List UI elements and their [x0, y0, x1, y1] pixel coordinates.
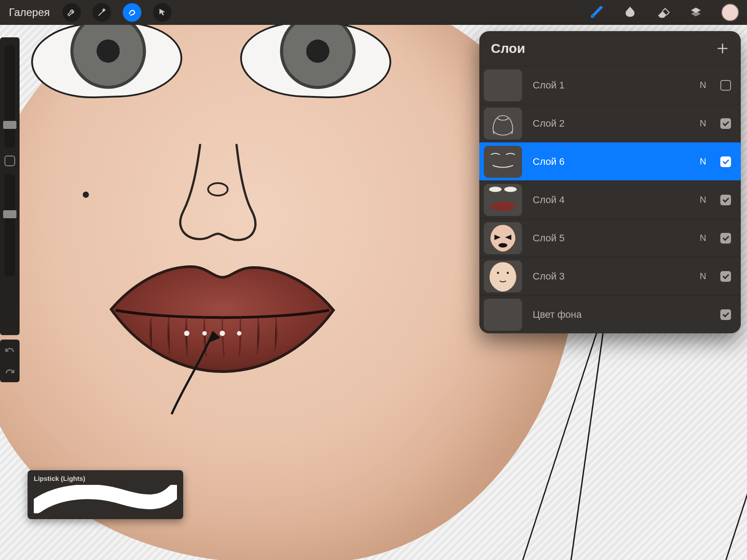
color-swatch-button[interactable] — [721, 4, 739, 21]
layer-visibility-checkbox[interactable] — [720, 271, 731, 282]
layers-button[interactable] — [688, 5, 703, 20]
layer-row-3[interactable]: Слой 3 N — [479, 257, 741, 295]
layer-blend-letter[interactable]: N — [696, 195, 710, 205]
layer-blend-letter[interactable]: N — [696, 80, 710, 90]
layer-thumb — [484, 222, 522, 254]
layer-thumb — [484, 299, 522, 331]
artwork-nose — [151, 140, 285, 265]
layers-panel: Слои Слой 1 N Слой 2 N Слой 6 N — [479, 31, 741, 333]
layer-row-background[interactable]: Цвет фона N — [479, 295, 741, 333]
wrench-tool-button[interactable] — [62, 3, 81, 22]
artwork-lips — [98, 256, 347, 380]
layer-label: Слой 6 — [533, 156, 686, 168]
svg-point-4 — [237, 331, 241, 336]
brush-opacity-slider[interactable] — [4, 174, 15, 276]
layers-icon — [688, 5, 703, 20]
brush-icon — [590, 5, 605, 20]
brush-tool-button[interactable] — [590, 5, 605, 20]
wand-icon — [97, 8, 107, 17]
top-toolbar-left: Галерея — [8, 3, 172, 22]
top-toolbar-right — [590, 4, 739, 21]
layer-visibility-checkbox[interactable] — [720, 118, 731, 129]
smudge-tool-button[interactable] — [622, 5, 638, 20]
layer-row-2[interactable]: Слой 2 N — [479, 104, 741, 142]
layer-visibility-checkbox[interactable] — [720, 80, 731, 91]
layer-row-6[interactable]: Слой 6 N — [479, 142, 741, 180]
layer-label: Слой 1 — [533, 80, 686, 91]
layers-panel-title: Слои — [491, 41, 525, 56]
eraser-icon — [655, 5, 671, 20]
svg-point-3 — [220, 331, 225, 336]
add-layer-button[interactable] — [716, 42, 729, 55]
select-tool-button[interactable] — [123, 3, 141, 22]
svg-point-1 — [184, 331, 189, 336]
layer-thumb — [484, 184, 522, 216]
svg-point-2 — [202, 331, 207, 336]
wand-tool-button[interactable] — [92, 3, 111, 22]
layer-blend-letter[interactable]: N — [696, 118, 710, 128]
layer-visibility-checkbox[interactable] — [720, 156, 731, 167]
layer-thumb — [484, 260, 522, 292]
pointer-icon — [157, 8, 167, 17]
layers-panel-header: Слои — [479, 31, 741, 66]
select-icon — [127, 8, 137, 17]
plus-icon — [716, 42, 729, 55]
layer-visibility-checkbox[interactable] — [720, 195, 731, 205]
artwork-hair-right — [560, 300, 747, 560]
brush-size-slider[interactable] — [4, 45, 15, 148]
layer-label: Слой 4 — [533, 194, 686, 206]
modifier-square-button[interactable] — [4, 156, 15, 166]
layer-row-5[interactable]: Слой 5 N — [479, 219, 741, 257]
brush-chip-name: Lipstick (Lights) — [34, 475, 177, 482]
svg-point-8 — [497, 272, 499, 274]
svg-point-9 — [507, 272, 509, 274]
brush-opacity-thumb[interactable] — [3, 210, 16, 218]
brush-chip-preview — [34, 485, 177, 513]
layer-blend-letter[interactable]: N — [696, 271, 710, 281]
svg-point-5 — [489, 187, 502, 192]
redo-icon[interactable] — [4, 367, 15, 376]
layer-blend-letter[interactable]: N — [696, 233, 710, 243]
svg-point-0 — [208, 183, 228, 196]
svg-point-6 — [504, 187, 517, 192]
layer-row-1[interactable]: Слой 1 N — [479, 66, 741, 104]
layer-label: Слой 2 — [533, 118, 686, 129]
left-slider-dock — [0, 37, 20, 335]
layer-thumb — [484, 69, 522, 101]
layer-visibility-checkbox[interactable] — [720, 309, 731, 320]
brush-chip[interactable]: Lipstick (Lights) — [28, 470, 183, 519]
smudge-icon — [622, 5, 638, 20]
top-toolbar: Галерея — [0, 0, 747, 25]
layer-row-4[interactable]: Слой 4 N — [479, 180, 741, 219]
layer-thumb — [484, 146, 522, 178]
pointer-tool-button[interactable] — [153, 3, 172, 22]
layer-label: Цвет фона — [533, 309, 686, 320]
layer-label: Слой 3 — [533, 271, 686, 282]
undo-redo-dock — [0, 340, 20, 382]
layer-visibility-checkbox[interactable] — [720, 233, 731, 244]
undo-icon[interactable] — [4, 346, 15, 355]
layer-label: Слой 5 — [533, 232, 686, 244]
artwork-mole — [83, 192, 89, 198]
eraser-tool-button[interactable] — [655, 5, 671, 20]
gallery-button[interactable]: Галерея — [8, 4, 51, 20]
wrench-icon — [67, 8, 76, 17]
layer-thumb — [484, 108, 522, 140]
layer-blend-letter[interactable]: N — [696, 156, 710, 167]
brush-size-thumb[interactable] — [3, 121, 16, 129]
layers-list: Слой 1 N Слой 2 N Слой 6 N Сло — [479, 66, 741, 333]
svg-point-7 — [498, 243, 507, 248]
